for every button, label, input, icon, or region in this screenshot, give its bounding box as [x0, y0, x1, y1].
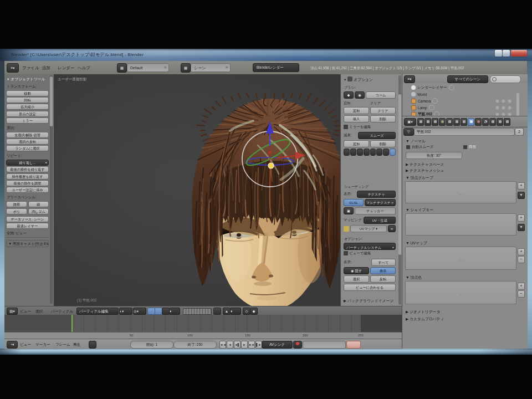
- window-titlebar[interactable]: Blender* [C:\Users\user\デスクトップ\顔モデル.blen…: [0, 49, 532, 61]
- invert-button[interactable]: 反転: [370, 275, 396, 283]
- screen-layout-field[interactable]: Default ✕: [127, 63, 169, 72]
- start-frame-field[interactable]: 開始: 1: [130, 341, 173, 349]
- gizmo-z-arrow[interactable]: [266, 121, 274, 134]
- clear-button[interactable]: クリア: [370, 107, 396, 114]
- multitexture-field[interactable]: マルチテクスチャ: [365, 199, 396, 206]
- tool-button[interactable]: 拡大縮小: [6, 104, 49, 110]
- remove-uv-map-button[interactable]: −: [518, 256, 525, 263]
- properties-tab[interactable]: [439, 118, 446, 126]
- render-opengl-anim-button[interactable]: ◆: [250, 308, 258, 315]
- pivot-point-select[interactable]: ◎▾: [133, 308, 146, 315]
- screen-layout-browse-button[interactable]: ▦: [117, 63, 127, 73]
- tool-button[interactable]: ランダムに選択: [6, 145, 49, 151]
- toggle-cell-active[interactable]: [390, 149, 396, 156]
- checkbox-icon[interactable]: [406, 145, 410, 149]
- select-button[interactable]: 選択: [344, 275, 369, 283]
- vertex-colors-list[interactable]: [405, 281, 516, 304]
- del-small-button[interactable]: 削除: [370, 140, 396, 147]
- outliner-display-mode-select[interactable]: すべてのシーン: [447, 75, 488, 83]
- outliner-editor-type-button[interactable]: ≡▾: [404, 75, 415, 83]
- properties-tab[interactable]: [453, 118, 460, 126]
- visibility-toggles[interactable]: [495, 99, 511, 103]
- manipulator-scale-toggle[interactable]: [162, 308, 170, 315]
- keying-set-field[interactable]: [303, 341, 346, 349]
- render-engine-select[interactable]: Blenderレンダー: [253, 63, 299, 72]
- repeat-last-dropdown[interactable]: 繰り返し... ▸: [6, 160, 49, 166]
- playback-button[interactable]: ►: [241, 341, 248, 349]
- menu-add[interactable]: 追加: [42, 65, 50, 71]
- viewport-3d[interactable]: ユーザー透視投影: [54, 74, 341, 306]
- outliner-search-input[interactable]: [490, 75, 521, 83]
- gizmo-x-arrow[interactable]: [295, 152, 305, 160]
- background-images-panel-header[interactable]: ▶ バックグラウンドイメージ: [344, 298, 396, 304]
- properties-tab[interactable]: [432, 118, 438, 126]
- properties-editor-type-button[interactable]: ▣▾: [404, 118, 416, 126]
- vertex-group-specials-button[interactable]: ▾: [518, 192, 525, 199]
- checker-field[interactable]: チェッカー: [355, 207, 396, 214]
- sync-mode-select[interactable]: AVシンク: [262, 341, 293, 349]
- toggle-cell[interactable]: [344, 149, 350, 156]
- playback-button[interactable]: ◄: [227, 341, 233, 349]
- glsl-button[interactable]: GLSL: [344, 199, 364, 206]
- uvmap-select[interactable]: UVマップ ▾: [350, 225, 387, 232]
- add-vertex-color-button[interactable]: +: [518, 283, 525, 290]
- tool-button[interactable]: 移動: [6, 90, 49, 96]
- properties-tab[interactable]: [497, 118, 503, 126]
- timeline-frame-menu[interactable]: フレーム: [55, 342, 70, 347]
- maximize-button[interactable]: [503, 50, 510, 57]
- gizmo-x-axis[interactable]: [277, 156, 295, 158]
- tool-button[interactable]: 操作履歴を繰り返す: [6, 173, 49, 180]
- shape-keys-panel-header[interactable]: ▼ シェイプキー: [406, 207, 433, 213]
- id-name-field[interactable]: 平面.002: [414, 128, 515, 136]
- timeline-view-menu[interactable]: ビュー: [20, 342, 31, 347]
- view-menu[interactable]: ビュー: [20, 309, 31, 314]
- outliner-row-renderlayer[interactable]: レンダーレイヤー: [411, 84, 454, 91]
- properties-tab[interactable]: [489, 118, 496, 126]
- eye-icon[interactable]: [495, 106, 499, 110]
- vertex-groups-panel-header[interactable]: ▼ 頂点グループ: [406, 175, 433, 181]
- mapping-select[interactable]: UV・生成: [364, 217, 396, 224]
- tool-button[interactable]: 新規レイヤー: [6, 223, 49, 229]
- vertex-groups-list[interactable]: [405, 181, 516, 203]
- toggle-cell[interactable]: [350, 149, 356, 156]
- unlink-icon[interactable]: ✕: [164, 66, 167, 70]
- data-icon[interactable]: [449, 85, 454, 90]
- current-frame-indicator[interactable]: [71, 315, 73, 332]
- properties-tab[interactable]: [504, 118, 510, 126]
- remove-vertex-color-button[interactable]: −: [518, 290, 525, 298]
- shape-key-specials-button[interactable]: ▾: [518, 224, 525, 231]
- record-button[interactable]: [293, 341, 302, 349]
- tool-button[interactable]: 原点の設定: [6, 111, 49, 117]
- snap-element-select[interactable]: ▾: [230, 308, 241, 315]
- delete-button[interactable]: 削除: [370, 115, 396, 122]
- toggle-cell[interactable]: [383, 149, 389, 156]
- texture-mesh-panel-header[interactable]: ▶ テクスチャメッシュ: [406, 168, 444, 173]
- playback-button[interactable]: ◄▌: [234, 341, 241, 349]
- brush-icon-button-2[interactable]: ◉: [355, 91, 365, 99]
- tool-button[interactable]: 線: [28, 201, 49, 207]
- tool-button[interactable]: 最後の操作を調整: [6, 180, 49, 186]
- use-preview-range-toggle[interactable]: [89, 341, 96, 349]
- screencast-panel-header[interactable]: ▼ 画面キャスト(停止:Esc): [6, 240, 49, 247]
- uv-maps-list[interactable]: [405, 247, 516, 270]
- checkbox-icon[interactable]: [344, 251, 348, 255]
- lamp-data-icon[interactable]: [429, 105, 434, 110]
- properties-tab[interactable]: [461, 118, 467, 126]
- toggle-cell[interactable]: [357, 149, 363, 156]
- menu-file[interactable]: ファイル: [22, 65, 39, 71]
- display-select[interactable]: テクスチャ: [357, 191, 396, 198]
- cursor-icon[interactable]: [502, 106, 505, 110]
- mesh-data-icon-button[interactable]: ▽: [403, 128, 414, 136]
- visibility-toggles[interactable]: [495, 106, 511, 110]
- fit-view-button[interactable]: ビューに合わせる: [344, 284, 396, 291]
- transform-gizmo[interactable]: [231, 117, 320, 206]
- tool-button[interactable]: 消しゴム: [28, 208, 49, 214]
- manipulator-rotate-toggle[interactable]: [155, 308, 162, 315]
- reveal-button[interactable]: 表示: [370, 267, 396, 274]
- normals-panel-header[interactable]: ▼ ノーマル: [406, 139, 426, 144]
- geometry-data-panel-header[interactable]: ▶ ジオメトリデータ: [406, 309, 441, 315]
- tool-button[interactable]: 選択の反転: [6, 139, 49, 145]
- camera-data-icon[interactable]: [432, 98, 438, 104]
- lock-icon-button[interactable]: [213, 308, 221, 315]
- select-menu[interactable]: 選択: [35, 309, 43, 314]
